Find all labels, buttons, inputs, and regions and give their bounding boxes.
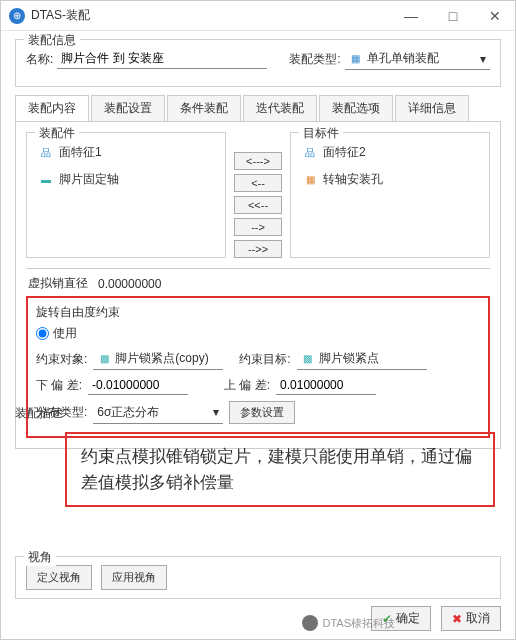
param-settings-button[interactable]: 参数设置 bbox=[229, 401, 295, 424]
constraint-target-label: 约束目标: bbox=[239, 351, 290, 368]
note-box: 约束点模拟锥销锁定片，建模只能使用单销，通过偏差值模拟多销补偿量 bbox=[65, 432, 495, 507]
virtual-pin-row: 虚拟销直径 0.00000000 bbox=[26, 275, 490, 292]
assembly-info-legend: 装配信息 bbox=[24, 32, 80, 49]
constraint-obj-field[interactable]: ▩ 脚片锁紧点(copy) bbox=[93, 348, 223, 370]
name-input[interactable] bbox=[57, 50, 267, 69]
list-item[interactable]: 品 面特征2 bbox=[299, 139, 481, 166]
target-parts-legend: 目标件 bbox=[299, 125, 343, 142]
titlebar: ⊕ DTAS-装配 — □ ✕ bbox=[1, 1, 515, 31]
maximize-button[interactable]: □ bbox=[441, 4, 465, 28]
cancel-label: 取消 bbox=[466, 610, 490, 627]
tab-conditional[interactable]: 条件装配 bbox=[167, 95, 241, 121]
grid-icon: ▦ bbox=[303, 173, 317, 187]
view-group: 视角 定义视角 应用视角 bbox=[15, 556, 501, 599]
point-icon: ▩ bbox=[97, 352, 111, 366]
list-item[interactable]: ▬ 脚片固定轴 bbox=[35, 166, 217, 193]
use-label: 使用 bbox=[53, 325, 77, 342]
upper-dev-input[interactable] bbox=[276, 376, 376, 395]
view-legend: 视角 bbox=[24, 549, 56, 566]
ok-button[interactable]: ✔ 确定 bbox=[371, 606, 431, 631]
list-item-label: 面特征2 bbox=[323, 144, 366, 161]
tab-options[interactable]: 装配选项 bbox=[319, 95, 393, 121]
window-buttons: — □ ✕ bbox=[399, 4, 507, 28]
list-item-label: 脚片固定轴 bbox=[59, 171, 119, 188]
move-all-right-button[interactable]: -->> bbox=[234, 240, 282, 258]
assembly-type-icon: ▦ bbox=[349, 52, 363, 66]
close-button[interactable]: ✕ bbox=[483, 4, 507, 28]
list-item[interactable]: 品 面特征1 bbox=[35, 139, 217, 166]
move-left-button[interactable]: <-- bbox=[234, 174, 282, 192]
tab-pane: 装配件 品 面特征1 ▬ 脚片固定轴 <---> <-- <<-- --> --… bbox=[15, 121, 501, 449]
type-label: 装配类型: bbox=[289, 51, 340, 68]
assembly-type-value: 单孔单销装配 bbox=[367, 50, 439, 67]
tree-icon: 品 bbox=[303, 146, 317, 160]
chevron-down-icon: ▾ bbox=[213, 405, 219, 419]
assembly-info-group: 装配信息 名称: 装配类型: ▦ 单孔单销装配 ▾ bbox=[15, 39, 501, 87]
tab-details[interactable]: 详细信息 bbox=[395, 95, 469, 121]
tab-iterative[interactable]: 迭代装配 bbox=[243, 95, 317, 121]
target-parts-group: 目标件 品 面特征2 ▦ 转轴安装孔 bbox=[290, 132, 490, 258]
point-icon: ▩ bbox=[301, 352, 315, 366]
upper-dev-label: 上 偏 差: bbox=[224, 377, 270, 394]
wechat-icon bbox=[302, 615, 318, 631]
x-icon: ✖ bbox=[452, 612, 462, 626]
lower-dev-input[interactable] bbox=[88, 376, 188, 395]
minimize-button[interactable]: — bbox=[399, 4, 423, 28]
list-item-label: 转轴安装孔 bbox=[323, 171, 383, 188]
chevron-down-icon: ▾ bbox=[480, 52, 486, 66]
tree-icon: 品 bbox=[39, 146, 53, 160]
move-right-button[interactable]: --> bbox=[234, 218, 282, 236]
desc-label: 装配描述 bbox=[15, 405, 63, 422]
list-item[interactable]: ▦ 转轴安装孔 bbox=[299, 166, 481, 193]
check-icon: ✔ bbox=[382, 612, 392, 626]
virtual-pin-label: 虚拟销直径 bbox=[28, 275, 88, 292]
cancel-button[interactable]: ✖ 取消 bbox=[441, 606, 501, 631]
swap-button[interactable]: <---> bbox=[234, 152, 282, 170]
list-item-label: 面特征1 bbox=[59, 144, 102, 161]
tab-content[interactable]: 装配内容 bbox=[15, 95, 89, 121]
dist-type-select[interactable]: 6σ正态分布 ▾ bbox=[93, 402, 223, 424]
tab-settings[interactable]: 装配设置 bbox=[91, 95, 165, 121]
ok-label: 确定 bbox=[396, 610, 420, 627]
dist-type-value: 6σ正态分布 bbox=[97, 404, 159, 421]
move-all-left-button[interactable]: <<-- bbox=[234, 196, 282, 214]
virtual-pin-value: 0.00000000 bbox=[98, 277, 161, 291]
tabs: 装配内容 装配设置 条件装配 迭代装配 装配选项 详细信息 bbox=[15, 95, 501, 121]
constraint-target-value: 脚片锁紧点 bbox=[319, 350, 379, 367]
constraint-target-field[interactable]: ▩ 脚片锁紧点 bbox=[297, 348, 427, 370]
name-label: 名称: bbox=[26, 51, 53, 68]
app-icon: ⊕ bbox=[9, 8, 25, 24]
rotation-legend: 旋转自由度约束 bbox=[36, 304, 480, 321]
move-buttons: <---> <-- <<-- --> -->> bbox=[234, 132, 282, 258]
assembly-parts-legend: 装配件 bbox=[35, 125, 79, 142]
use-radio[interactable] bbox=[36, 327, 49, 340]
window-title: DTAS-装配 bbox=[31, 7, 399, 24]
constraint-obj-label: 约束对象: bbox=[36, 351, 87, 368]
lower-dev-label: 下 偏 差: bbox=[36, 377, 82, 394]
assembly-parts-group: 装配件 品 面特征1 ▬ 脚片固定轴 bbox=[26, 132, 226, 258]
bar-icon: ▬ bbox=[39, 173, 53, 187]
apply-view-button[interactable]: 应用视角 bbox=[101, 565, 167, 590]
define-view-button[interactable]: 定义视角 bbox=[26, 565, 92, 590]
assembly-type-select[interactable]: ▦ 单孔单销装配 ▾ bbox=[345, 48, 490, 70]
constraint-obj-value: 脚片锁紧点(copy) bbox=[115, 350, 208, 367]
